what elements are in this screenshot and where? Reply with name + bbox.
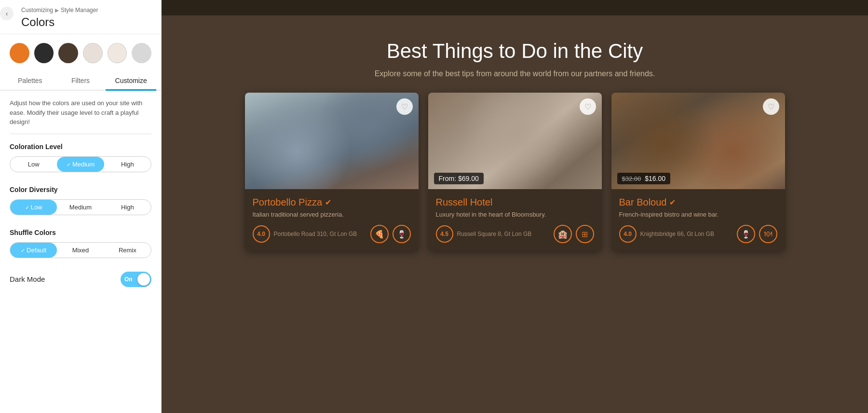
diversity-medium-btn[interactable]: Medium <box>57 200 104 215</box>
coloration-level-section: Coloration Level Low Medium High <box>0 136 161 179</box>
card-bar-boloud-price-new: $16.00 <box>645 175 665 182</box>
cards-row: ♡ Portobello Pizza ✔ Italian traditional… <box>226 93 804 251</box>
swatch-light-cream[interactable] <box>83 43 103 63</box>
diversity-high-btn[interactable]: High <box>104 200 151 215</box>
top-bar <box>162 0 868 15</box>
card-portobello-body: Portobello Pizza ✔ Italian traditional s… <box>245 189 419 251</box>
color-diversity-group: Low Medium High <box>10 199 151 215</box>
back-button[interactable]: ‹ <box>0 7 14 20</box>
dark-mode-value: On <box>124 276 133 283</box>
left-panel: ‹ Customizing ▶ Style Manager Colors Pal… <box>0 0 162 413</box>
card-bar-boloud-address: Knightsbridge 66, Gt Lon GB <box>640 230 714 238</box>
shuffle-mixed-btn[interactable]: Mixed <box>57 243 104 258</box>
description-text: Adjust how the colors are used on your s… <box>0 91 161 132</box>
heart-icon: ♡ <box>584 102 591 111</box>
card-portobello-icons: 🍕 🍷 <box>370 225 411 243</box>
toggle-knob <box>137 273 150 286</box>
shuffle-colors-section: Shuffle Colors Default Mixed Remix <box>0 222 161 265</box>
swatch-light-gray[interactable] <box>132 43 151 63</box>
card-russell-footer: 4.5 Russell Square 8, Gt Lon GB 🏨 ⊞ <box>436 225 594 243</box>
card-portobello-name: Portobello Pizza ✔ <box>253 197 411 208</box>
coloration-low-btn[interactable]: Low <box>10 157 57 172</box>
color-diversity-title: Color Diversity <box>10 186 151 193</box>
card-bar-boloud-body: Bar Boloud ✔ French-inspired bistro and … <box>611 189 785 251</box>
breadcrumb: Customizing ▶ Style Manager <box>21 7 153 14</box>
bar-wine-icon: 🍷 <box>737 225 755 243</box>
color-diversity-section: Color Diversity Low Medium High <box>0 179 161 222</box>
card-portobello-rating: 4.0 <box>253 225 270 243</box>
card-portobello-image <box>245 93 419 189</box>
shuffle-default-btn[interactable]: Default <box>10 243 57 258</box>
wine-icon: 🍷 <box>393 225 411 243</box>
coloration-high-btn[interactable]: High <box>104 157 151 172</box>
card-portobello-footer: 4.0 Portobello Road 310, Gt Lon GB 🍕 🍷 <box>253 225 411 243</box>
back-arrow-icon: ‹ <box>6 10 8 17</box>
coloration-level-title: Coloration Level <box>10 143 151 151</box>
card-portobello-image-wrapper: ♡ <box>245 93 419 189</box>
card-russell-name: Russell Hotel <box>436 197 594 208</box>
pizza-icon: 🍕 <box>370 225 389 243</box>
coloration-medium-btn[interactable]: Medium <box>57 157 104 172</box>
card-bar-boloud-price-wrapper: $32.00 $16.00 <box>617 173 670 184</box>
card-bar-boloud-rating-row: 4.0 Knightsbridge 66, Gt Lon GB <box>619 225 714 243</box>
shuffle-remix-btn[interactable]: Remix <box>104 243 151 258</box>
shuffle-colors-title: Shuffle Colors <box>10 229 151 236</box>
tabs-row: Palettes Filters Customize <box>0 72 161 91</box>
card-bar-boloud-image-wrapper: ♡ $32.00 $16.00 <box>611 93 785 189</box>
tab-customize[interactable]: Customize <box>106 72 156 91</box>
card-portobello-desc: Italian traditional served pizzeria. <box>253 211 411 218</box>
card-portobello-heart[interactable]: ♡ <box>396 98 413 115</box>
heart-icon: ♡ <box>401 102 408 111</box>
breadcrumb-part2: Style Manager <box>61 7 98 14</box>
swatch-cream[interactable] <box>108 43 127 63</box>
swatches-row <box>0 34 161 72</box>
swatch-orange[interactable] <box>10 43 29 63</box>
card-russell-heart[interactable]: ♡ <box>580 98 596 115</box>
card-russell-desc: Luxury hotel in the heart of Bloomsbury. <box>436 211 594 218</box>
dark-mode-label: Dark Mode <box>10 275 45 283</box>
card-russell-address: Russell Square 8, Gt Lon GB <box>457 230 532 238</box>
hero-title: Best Things to Do in the City <box>375 40 655 63</box>
card-bar-boloud-desc: French-inspired bistro and wine bar. <box>619 211 777 218</box>
card-portobello: ♡ Portobello Pizza ✔ Italian traditional… <box>245 93 419 251</box>
verified-icon-bar: ✔ <box>669 198 676 207</box>
card-russell-price-badge: From: $69.00 <box>434 173 484 184</box>
card-portobello-rating-row: 4.0 Portobello Road 310, Gt Lon GB <box>253 225 357 243</box>
card-bar-boloud-icons: 🍷 🍽 <box>737 225 777 243</box>
breadcrumb-part1: Customizing <box>21 7 53 14</box>
card-russell-image-wrapper: ♡ From: $69.00 <box>428 93 602 189</box>
bar-food-icon: 🍽 <box>759 225 777 243</box>
hotel-icon: 🏨 <box>554 225 572 243</box>
coloration-level-group: Low Medium High <box>10 156 151 172</box>
panel-title: Colors <box>21 15 153 29</box>
card-portobello-address: Portobello Road 310, Gt Lon GB <box>274 230 357 238</box>
card-bar-boloud-footer: 4.0 Knightsbridge 66, Gt Lon GB 🍷 🍽 <box>619 225 777 243</box>
verified-icon: ✔ <box>325 198 331 207</box>
heart-icon: ♡ <box>768 102 774 111</box>
divider-1 <box>10 134 151 134</box>
diversity-low-btn[interactable]: Low <box>10 200 57 215</box>
card-russell-body: Russell Hotel Luxury hotel in the heart … <box>428 189 602 251</box>
card-bar-boloud-name: Bar Boloud ✔ <box>619 197 777 208</box>
card-bar-boloud-heart[interactable]: ♡ <box>763 98 779 115</box>
tab-palettes[interactable]: Palettes <box>5 72 55 91</box>
grid-icon: ⊞ <box>576 225 594 243</box>
swatch-black[interactable] <box>34 43 54 63</box>
shuffle-colors-group: Default Mixed Remix <box>10 242 151 258</box>
card-bar-boloud-price-old: $32.00 <box>622 175 641 182</box>
dark-mode-row: Dark Mode On <box>0 265 161 294</box>
swatch-dark-brown[interactable] <box>58 43 78 63</box>
breadcrumb-separator: ▶ <box>55 7 59 14</box>
card-russell-rating: 4.5 <box>436 225 453 243</box>
card-russell-rating-row: 4.5 Russell Square 8, Gt Lon GB <box>436 225 532 243</box>
dark-mode-toggle[interactable]: On <box>121 272 151 287</box>
right-content: Best Things to Do in the City Explore so… <box>162 0 868 413</box>
hero-section: Best Things to Do in the City Explore so… <box>365 15 665 93</box>
card-bar-boloud: ♡ $32.00 $16.00 Bar Boloud ✔ French-insp… <box>611 93 785 251</box>
tab-filters[interactable]: Filters <box>55 72 106 91</box>
card-bar-boloud-rating: 4.0 <box>619 225 637 243</box>
card-russell-icons: 🏨 ⊞ <box>554 225 594 243</box>
hero-subtitle: Explore some of the best tips from aroun… <box>375 69 655 78</box>
panel-header: ‹ Customizing ▶ Style Manager Colors <box>0 0 161 34</box>
card-russell: ♡ From: $69.00 Russell Hotel Luxury hote… <box>428 93 602 251</box>
